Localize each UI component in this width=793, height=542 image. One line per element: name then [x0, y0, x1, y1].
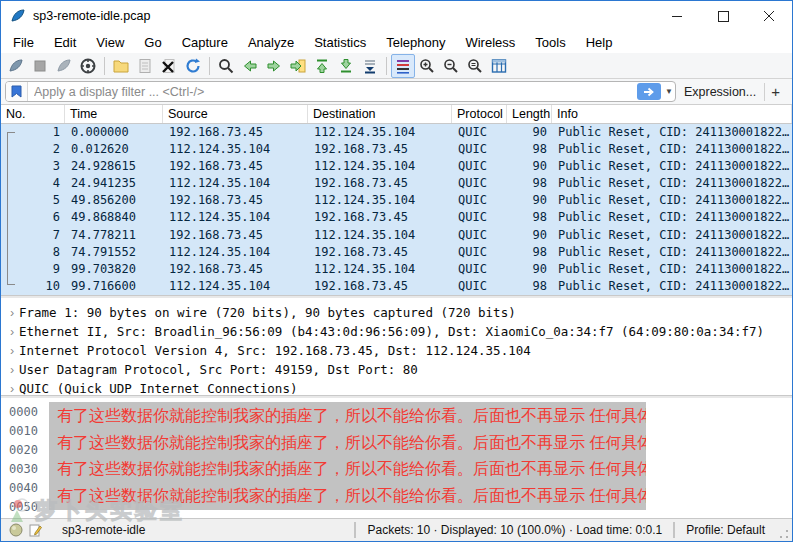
start-capture-icon[interactable]: [4, 54, 28, 78]
stop-capture-icon[interactable]: [28, 54, 52, 78]
go-to-bottom-icon[interactable]: [334, 54, 358, 78]
cell-length: 90: [507, 158, 552, 175]
detail-line[interactable]: ›User Datagram Protocol, Src Port: 49159…: [1, 360, 792, 379]
menu-item[interactable]: Analyze: [238, 33, 304, 52]
menu-item[interactable]: File: [3, 33, 44, 52]
cell-source: 112.124.35.104: [163, 141, 308, 158]
cell-info: Public Reset, CID: 241130001822…: [552, 209, 792, 226]
cell-protocol: QUIC: [452, 244, 507, 261]
zoom-reset-icon[interactable]: [463, 54, 487, 78]
expand-chevron-icon[interactable]: ›: [5, 380, 19, 395]
packet-row[interactable]: 8 74.791552 112.124.35.104 192.168.73.45…: [1, 244, 792, 261]
status-filename: sp3-remote-idle: [48, 523, 145, 537]
save-file-icon[interactable]: [133, 54, 157, 78]
cell-source: 192.168.73.45: [163, 227, 308, 244]
detail-line[interactable]: ›Frame 1: 90 bytes on wire (720 bits), 9…: [1, 303, 792, 322]
cell-protocol: QUIC: [452, 158, 507, 175]
open-file-icon[interactable]: [109, 54, 133, 78]
column-header-protocol[interactable]: Protocol: [452, 105, 507, 123]
menu-item[interactable]: Help: [576, 33, 623, 52]
expert-info-icon[interactable]: [9, 523, 23, 537]
expand-chevron-icon[interactable]: ›: [5, 342, 19, 361]
cell-time: 24.941235: [65, 175, 163, 192]
menu-item[interactable]: Capture: [172, 33, 238, 52]
column-header-info[interactable]: Info: [552, 105, 792, 123]
menu-item[interactable]: Go: [134, 33, 171, 52]
detail-line[interactable]: ›Ethernet II, Src: Broadlin_96:56:09 (b4…: [1, 322, 792, 341]
wireshark-fin-icon: [9, 7, 27, 25]
packet-row[interactable]: 6 49.868840 112.124.35.104 192.168.73.45…: [1, 209, 792, 226]
status-profile[interactable]: Profile: Default: [676, 523, 775, 537]
close-file-icon[interactable]: [157, 54, 181, 78]
expand-chevron-icon[interactable]: ›: [5, 304, 19, 323]
menu-item[interactable]: View: [86, 33, 134, 52]
packet-row[interactable]: 3 24.928615 192.168.73.45 112.124.35.104…: [1, 158, 792, 175]
expand-chevron-icon[interactable]: ›: [5, 361, 19, 380]
close-button[interactable]: [746, 1, 792, 31]
minimize-button[interactable]: [654, 1, 700, 31]
restart-capture-icon[interactable]: [52, 54, 76, 78]
auto-scroll-icon[interactable]: [358, 54, 382, 78]
display-filter-input[interactable]: [28, 82, 637, 101]
column-header-source[interactable]: Source: [163, 105, 308, 123]
cell-no: 1: [1, 124, 65, 141]
packet-details-pane: ›Frame 1: 90 bytes on wire (720 bits), 9…: [1, 298, 792, 395]
packet-row[interactable]: 1 0.000000 192.168.73.45 112.124.35.104 …: [1, 124, 792, 141]
cell-info: Public Reset, CID: 241130001822…: [552, 141, 792, 158]
packet-row[interactable]: 5 49.856200 192.168.73.45 112.124.35.104…: [1, 192, 792, 209]
capture-options-icon[interactable]: [76, 54, 100, 78]
column-header-no[interactable]: No.: [1, 105, 65, 123]
menu-item[interactable]: Telephony: [376, 33, 455, 52]
redacted-bytes-panel: 有了这些数据你就能控制我家的插座了，所以不能给你看。后面也不再显示 任何具体数据…: [49, 402, 646, 510]
detail-text: User Datagram Protocol, Src Port: 49159,…: [19, 362, 418, 377]
packet-row[interactable]: 9 99.703820 192.168.73.45 112.124.35.104…: [1, 261, 792, 278]
packet-row[interactable]: 2 0.012620 112.124.35.104 192.168.73.45 …: [1, 141, 792, 158]
resize-columns-icon[interactable]: [487, 54, 511, 78]
menu-item[interactable]: Wireless: [455, 33, 525, 52]
capture-comment-icon[interactable]: [29, 523, 42, 537]
cell-info: Public Reset, CID: 241130001822…: [552, 192, 792, 209]
cell-protocol: QUIC: [452, 278, 507, 295]
go-to-top-icon[interactable]: [310, 54, 334, 78]
go-forward-icon[interactable]: [262, 54, 286, 78]
detail-text: Internet Protocol Version 4, Src: 192.16…: [19, 343, 531, 358]
colorize-packets-icon[interactable]: [391, 54, 415, 78]
menu-bar: FileEditViewGoCaptureAnalyzeStatisticsTe…: [1, 31, 792, 53]
apply-arrow-icon: [643, 87, 655, 97]
detail-line[interactable]: ›QUIC (Quick UDP Internet Connections): [1, 379, 792, 395]
go-back-icon[interactable]: [238, 54, 262, 78]
cell-time: 49.856200: [65, 192, 163, 209]
reload-file-icon[interactable]: [181, 54, 205, 78]
resize-grip[interactable]: [779, 529, 789, 539]
go-to-packet-icon[interactable]: [286, 54, 310, 78]
packet-row[interactable]: 7 74.778211 192.168.73.45 112.124.35.104…: [1, 227, 792, 244]
menu-item[interactable]: Statistics: [304, 33, 376, 52]
expand-chevron-icon[interactable]: ›: [5, 323, 19, 342]
cell-length: 98: [507, 278, 552, 295]
filter-bookmark-button[interactable]: [6, 82, 28, 101]
cell-no: 5: [1, 192, 65, 209]
bookmark-icon: [11, 85, 22, 98]
maximize-button[interactable]: [700, 1, 746, 31]
packet-row[interactable]: 10 99.716600 112.124.35.104 192.168.73.4…: [1, 278, 792, 295]
column-header-time[interactable]: Time: [65, 105, 163, 123]
menu-item[interactable]: Edit: [44, 33, 86, 52]
zoom-in-icon[interactable]: [415, 54, 439, 78]
filter-dropdown-caret[interactable]: ▼: [663, 82, 675, 101]
column-header-length[interactable]: Length: [507, 105, 552, 123]
column-header-destination[interactable]: Destination: [308, 105, 452, 123]
cell-destination: 192.168.73.45: [308, 209, 452, 226]
zoom-out-icon[interactable]: [439, 54, 463, 78]
cell-time: 74.778211: [65, 227, 163, 244]
expression-button[interactable]: Expression...: [676, 85, 764, 99]
packet-row[interactable]: 4 24.941235 112.124.35.104 192.168.73.45…: [1, 175, 792, 192]
detail-line[interactable]: ›Internet Protocol Version 4, Src: 192.1…: [1, 341, 792, 360]
add-filter-button[interactable]: +: [764, 83, 788, 101]
menu-item[interactable]: Tools: [525, 33, 575, 52]
cell-source: 112.124.35.104: [163, 244, 308, 261]
cell-length: 90: [507, 124, 552, 141]
status-packet-stats: Packets: 10 · Displayed: 10 (100.0%) · L…: [357, 523, 672, 537]
cell-no: 10: [1, 278, 65, 295]
find-packet-icon[interactable]: [214, 54, 238, 78]
apply-filter-button[interactable]: [637, 83, 661, 100]
